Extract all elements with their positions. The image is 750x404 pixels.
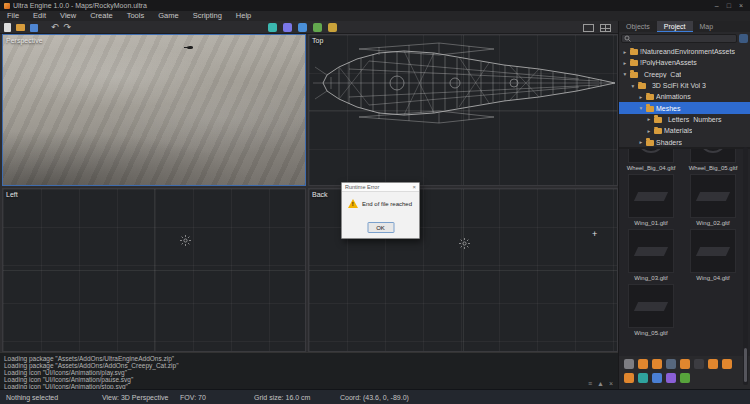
tree-item-letters-numbers[interactable]: ▸_Letters_Numbers <box>619 114 750 125</box>
chevron-right-icon[interactable]: ▸ <box>646 116 652 122</box>
chevron-right-icon[interactable]: ▸ <box>638 139 644 145</box>
chevron-right-icon[interactable]: ▸ <box>622 49 628 55</box>
ship-wireframe[interactable] <box>309 35 618 186</box>
chevron-down-icon[interactable]: ▾ <box>630 83 636 89</box>
file-icon[interactable] <box>652 359 662 369</box>
viewport-label: Top <box>312 37 323 44</box>
folder-icon <box>654 128 662 134</box>
console-clear-icon[interactable]: × <box>609 380 613 387</box>
grid-axis <box>309 270 617 271</box>
file-icon[interactable] <box>638 373 648 383</box>
file-icon[interactable] <box>694 359 704 369</box>
file-icon[interactable] <box>708 359 718 369</box>
folder-icon <box>638 83 646 89</box>
light-gizmo[interactable] <box>180 235 191 246</box>
search-input[interactable] <box>633 35 734 42</box>
filter-button[interactable] <box>739 34 748 43</box>
menu-item-tools[interactable]: Tools <box>120 11 152 21</box>
asset-label: Wheel_Big_04.gltf <box>627 165 676 172</box>
minimize-button[interactable]: – <box>715 2 719 9</box>
chevron-down-icon[interactable]: ▾ <box>638 105 644 111</box>
tree-item-animations[interactable]: ▸Animations <box>619 91 750 102</box>
title-bar[interactable]: Ultra Engine 1.0.0 - Maps/RockyMoon.ultr… <box>0 0 750 11</box>
asset-item-wheel-big-05-gltf[interactable]: Wheel_Big_05.gltf <box>683 149 743 172</box>
chevron-right-icon[interactable]: ▸ <box>622 60 628 66</box>
rotate-tool-icon[interactable] <box>298 23 307 32</box>
menu-item-create[interactable]: Create <box>83 11 120 21</box>
ok-button[interactable]: OK <box>367 222 394 233</box>
file-icon[interactable] <box>722 359 732 369</box>
save-file-icon[interactable] <box>30 24 38 32</box>
tree-item-meshes[interactable]: ▾Meshes <box>619 102 750 113</box>
redo-icon[interactable]: ↷ <box>64 23 72 32</box>
scale-tool-icon[interactable] <box>313 23 322 32</box>
single-view-button[interactable] <box>583 24 594 32</box>
scrollbar-track[interactable] <box>743 147 748 385</box>
chevron-right-icon[interactable]: ▸ <box>638 94 644 100</box>
maximize-button[interactable]: □ <box>727 2 731 9</box>
tab-project[interactable]: Project <box>657 21 693 32</box>
asset-panel[interactable]: Wheel_Big_04.gltfWheel_Big_05.gltfWing_0… <box>619 149 750 356</box>
file-icon[interactable] <box>680 359 690 369</box>
menu-item-scripting[interactable]: Scripting <box>186 11 229 21</box>
light-gizmo[interactable] <box>459 238 470 249</box>
asset-item-wing-01-gltf[interactable]: Wing_01.gltf <box>621 174 681 227</box>
viewport-top[interactable]: Top <box>308 34 618 186</box>
close-button[interactable]: × <box>739 2 743 9</box>
file-icon[interactable] <box>666 359 676 369</box>
asset-thumbnail <box>690 149 736 163</box>
menu-item-edit[interactable]: Edit <box>26 11 53 21</box>
file-icon[interactable] <box>638 359 648 369</box>
search-box <box>621 34 737 43</box>
asset-item-wing-04-gltf[interactable]: Wing_04.gltf <box>683 229 743 282</box>
undo-icon[interactable]: ↶ <box>51 23 59 32</box>
menu-item-file[interactable]: File <box>0 11 26 21</box>
warning-icon: ! <box>348 199 358 208</box>
chevron-right-icon[interactable]: ▸ <box>646 128 652 134</box>
tree-item-materials[interactable]: ▸Materials <box>619 125 750 136</box>
console-warning-icon[interactable]: ▲ <box>597 380 604 387</box>
tree-item-creepy-cat[interactable]: ▾_Creepy_Cat <box>619 69 750 80</box>
runtime-error-dialog: Runtime Error × ! End of file reached OK <box>341 182 420 239</box>
menu-item-view[interactable]: View <box>53 11 83 21</box>
dialog-close-icon[interactable]: × <box>412 184 416 190</box>
viewport-label: Perspective <box>6 37 43 44</box>
file-icon[interactable] <box>652 373 662 383</box>
transform-tools <box>268 23 337 32</box>
fov-status: FOV: 70 <box>180 394 206 401</box>
asset-item-wing-05-gltf[interactable]: Wing_05.gltf <box>621 284 681 337</box>
console-line: Loading icon "UI/Icons/Animation/play.sv… <box>4 369 614 376</box>
file-icon[interactable] <box>624 359 634 369</box>
file-icon[interactable] <box>666 373 676 383</box>
terrain-render <box>3 35 305 185</box>
dialog-titlebar[interactable]: Runtime Error × <box>342 183 419 192</box>
menu-item-game[interactable]: Game <box>151 11 185 21</box>
tree-item-shaders[interactable]: ▸Shaders <box>619 136 750 147</box>
select-tool-icon[interactable] <box>268 23 277 32</box>
quad-view-button[interactable] <box>600 24 611 32</box>
terrain-tool-icon[interactable] <box>328 23 337 32</box>
open-file-icon[interactable] <box>16 24 25 31</box>
asset-item-wing-03-gltf[interactable]: Wing_03.gltf <box>621 229 681 282</box>
tab-map[interactable]: Map <box>693 21 721 32</box>
file-icon[interactable] <box>680 373 690 383</box>
window-title: Ultra Engine 1.0.0 - Maps/RockyMoon.ultr… <box>13 2 147 9</box>
file-icon[interactable] <box>624 373 634 383</box>
scene-object[interactable] <box>187 46 193 49</box>
asset-item-wheel-big-04-gltf[interactable]: Wheel_Big_04.gltf <box>621 149 681 172</box>
viewport-left[interactable]: Left <box>2 188 306 352</box>
folder-icon <box>630 72 638 78</box>
tree-item-3d-scifi-kit-vol-3[interactable]: ▾_3D SciFi Kit Vol 3 <box>619 80 750 91</box>
viewport-perspective[interactable]: Perspective <box>2 34 306 186</box>
console-menu-icon[interactable]: ≡ <box>588 380 592 387</box>
tree-item-natureandenvironmentassets[interactable]: ▸!NatureandEnvironmentAssets <box>619 46 750 57</box>
new-file-icon[interactable] <box>4 23 11 32</box>
asset-item-wing-02-gltf[interactable]: Wing_02.gltf <box>683 174 743 227</box>
tab-objects[interactable]: Objects <box>619 21 657 32</box>
tree-item-polyhavenassets[interactable]: ▸!PolyHavenAssets <box>619 57 750 68</box>
console-panel[interactable]: Loading package "Assets/AddOns/UltraEngi… <box>0 352 618 389</box>
menu-item-help[interactable]: Help <box>229 11 258 21</box>
scrollbar-thumb[interactable] <box>744 348 747 382</box>
chevron-down-icon[interactable]: ▾ <box>622 71 628 77</box>
move-tool-icon[interactable] <box>283 23 292 32</box>
